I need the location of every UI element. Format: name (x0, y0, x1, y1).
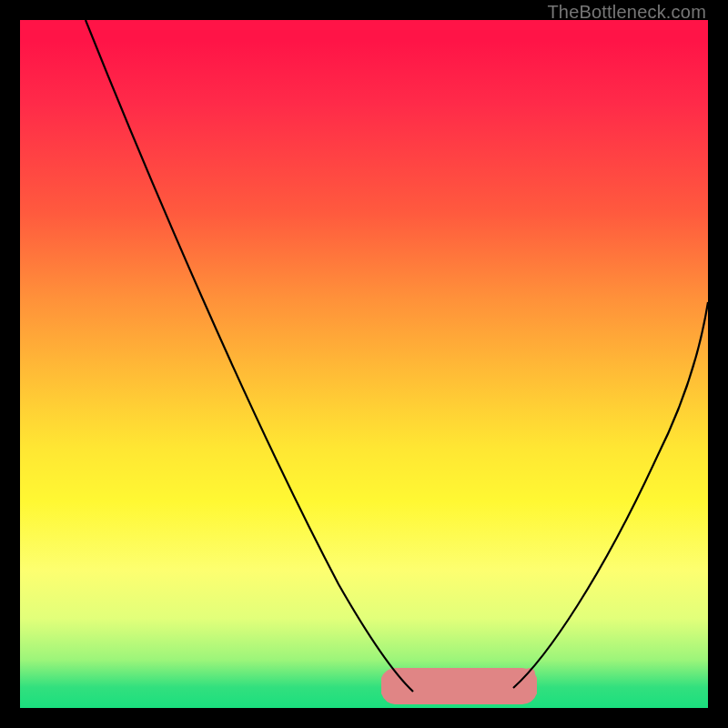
bottom-band-shape (381, 668, 537, 704)
chart-frame: TheBottleneck.com (0, 0, 728, 728)
left-curve-line (86, 20, 413, 692)
chart-overlay-svg (20, 20, 708, 708)
right-curve-line (513, 302, 708, 688)
band-end-dot-icon (524, 668, 535, 679)
chart-plot-area (20, 20, 708, 708)
watermark-text: TheBottleneck.com (547, 2, 706, 23)
